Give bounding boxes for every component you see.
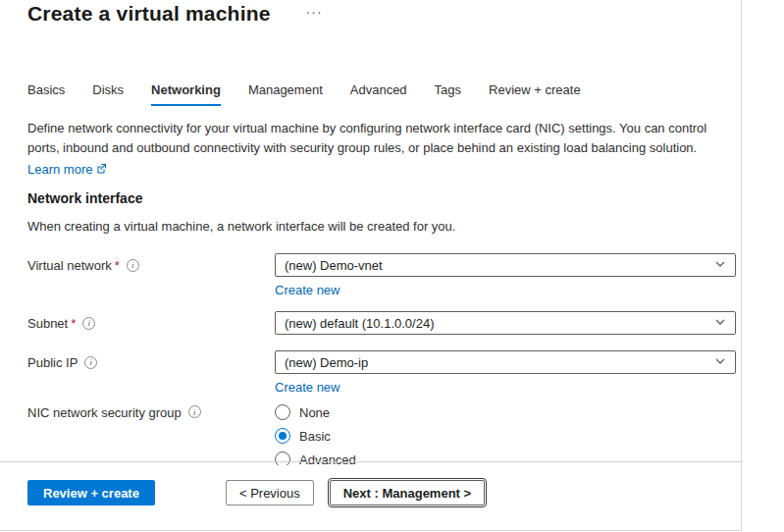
page-header: Create a virtual machine ··· — [27, 2, 323, 26]
info-icon[interactable]: i — [84, 356, 97, 369]
info-icon[interactable]: i — [127, 259, 139, 272]
subnet-select[interactable]: (new) default (10.1.0.0/24) — [275, 311, 736, 335]
tab-networking[interactable]: Networking — [151, 82, 221, 106]
previous-button[interactable]: < Previous — [226, 480, 314, 505]
radio-label: Basic — [299, 429, 331, 444]
virtual-network-value: (new) Demo-vnet — [285, 258, 383, 273]
radio-label: None — [299, 405, 330, 420]
tab-tags[interactable]: Tags — [435, 82, 461, 106]
footer-divider — [0, 461, 742, 462]
tab-basics[interactable]: Basics — [27, 82, 65, 106]
footer-bar: Review + create < Previous Next : Manage… — [27, 480, 485, 505]
public-ip-label-group: Public IP i — [27, 350, 275, 374]
more-options-icon[interactable]: ··· — [306, 4, 323, 20]
virtual-network-row: Virtual network * i (new) Demo-vnet Crea… — [27, 253, 736, 298]
chevron-down-icon — [714, 316, 726, 331]
tab-bar: Basics Disks Networking Management Advan… — [27, 82, 581, 106]
public-ip-value: (new) Demo-ip — [285, 355, 368, 370]
page-title: Create a virtual machine — [27, 2, 271, 26]
tab-management[interactable]: Management — [248, 82, 323, 106]
info-icon[interactable]: i — [82, 317, 95, 330]
radio-selected-icon — [275, 428, 290, 444]
virtual-network-select[interactable]: (new) Demo-vnet — [275, 253, 736, 277]
virtual-network-create-new-link[interactable]: Create new — [275, 283, 340, 297]
radio-icon — [275, 404, 290, 420]
public-ip-row: Public IP i (new) Demo-ip Create new — [27, 350, 736, 396]
subnet-value: (new) default (10.1.0.0/24) — [285, 316, 434, 331]
subnet-row: Subnet * i (new) default (10.1.0.0/24) — [27, 311, 736, 335]
required-marker: * — [115, 258, 120, 273]
tab-review-create[interactable]: Review + create — [489, 82, 581, 106]
network-interface-description: When creating a virtual machine, a netwo… — [27, 219, 455, 234]
networking-form: Virtual network * i (new) Demo-vnet Crea… — [27, 245, 736, 465]
tab-disks[interactable]: Disks — [92, 82, 124, 106]
nic-nsg-option-basic[interactable]: Basic — [275, 428, 736, 444]
info-icon[interactable]: i — [188, 405, 201, 418]
nic-nsg-row: NIC network security group i None Basic … — [27, 404, 736, 465]
nic-nsg-option-none[interactable]: None — [275, 404, 736, 420]
review-create-button[interactable]: Review + create — [27, 480, 155, 505]
virtual-network-label: Virtual network — [27, 258, 112, 273]
tab-advanced[interactable]: Advanced — [350, 82, 407, 106]
nic-nsg-option-advanced[interactable]: Advanced — [275, 452, 736, 465]
nic-nsg-radio-group: None Basic Advanced — [275, 404, 736, 465]
learn-more-link[interactable]: Learn more — [27, 162, 107, 177]
network-interface-heading: Network interface — [27, 190, 142, 206]
public-ip-create-new-link[interactable]: Create new — [275, 380, 340, 395]
create-vm-page: Create a virtual machine ··· Basics Disk… — [0, 0, 742, 531]
next-management-button[interactable]: Next : Management > — [330, 480, 485, 505]
subnet-label: Subnet — [27, 316, 68, 331]
learn-more-label: Learn more — [27, 162, 92, 177]
nic-nsg-label: NIC network security group — [27, 405, 182, 420]
radio-icon — [275, 452, 290, 465]
subnet-label-group: Subnet * i — [27, 311, 275, 335]
external-link-icon — [96, 162, 107, 177]
required-marker: * — [71, 316, 76, 331]
nic-nsg-label-group: NIC network security group i — [27, 404, 275, 428]
public-ip-label: Public IP — [27, 355, 78, 370]
radio-label: Advanced — [299, 452, 356, 466]
virtual-network-label-group: Virtual network * i — [27, 253, 275, 277]
networking-intro-text: Define network connectivity for your vir… — [27, 119, 730, 158]
public-ip-select[interactable]: (new) Demo-ip — [275, 350, 736, 374]
chevron-down-icon — [714, 258, 726, 273]
chevron-down-icon — [714, 355, 726, 370]
